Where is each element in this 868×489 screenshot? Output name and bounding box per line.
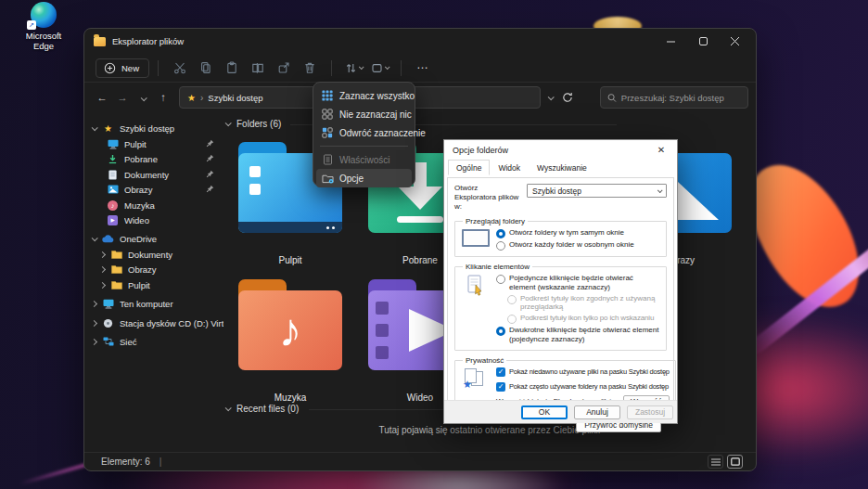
tab-ogolne[interactable]: Ogólne bbox=[448, 160, 490, 175]
chevron-down-icon[interactable] bbox=[92, 124, 98, 131]
view-button[interactable] bbox=[366, 57, 392, 79]
chevron-down-icon[interactable] bbox=[225, 405, 232, 411]
sidebar-item-onedrive-pulpit[interactable]: Pulpit bbox=[84, 277, 223, 292]
tab-wyszukiwanie[interactable]: Wyszukiwanie bbox=[529, 160, 595, 175]
sidebar-item-wideo[interactable]: Wideo bbox=[84, 212, 223, 227]
share-button[interactable] bbox=[271, 57, 297, 79]
radio-disabled-icon bbox=[507, 295, 517, 304]
edge-logo-icon: ↗ bbox=[31, 2, 57, 28]
navigation-pane: ★ Szybki dostęp Pulpit Pobrane Dokumenty bbox=[84, 112, 223, 452]
sidebar-item-pulpit[interactable]: Pulpit bbox=[84, 136, 223, 151]
sidebar-item-label: Pulpit bbox=[124, 139, 200, 149]
sidebar-item-network[interactable]: Sieć bbox=[84, 334, 223, 349]
folder-options-icon bbox=[321, 173, 334, 184]
music-icon bbox=[107, 200, 119, 211]
recent-locations-button[interactable] bbox=[133, 92, 153, 103]
search-box[interactable] bbox=[600, 86, 748, 109]
up-button[interactable]: ↑ bbox=[153, 92, 173, 103]
properties-icon bbox=[321, 154, 334, 165]
sidebar-item-label: Szybki dostęp bbox=[120, 123, 223, 134]
dialog-titlebar: Opcje folderów ✕ bbox=[444, 140, 677, 160]
chevron-right-icon[interactable] bbox=[99, 265, 106, 272]
network-icon bbox=[102, 337, 114, 346]
details-view-button[interactable] bbox=[708, 455, 723, 469]
music-note-glyph: ♪ bbox=[238, 290, 342, 370]
sidebar-item-pobrane[interactable]: Pobrane bbox=[84, 151, 223, 166]
thumbnail-view-icon bbox=[731, 457, 740, 466]
search-input[interactable] bbox=[621, 93, 741, 103]
cd-drive-icon bbox=[102, 318, 114, 328]
cut-button[interactable] bbox=[167, 57, 193, 79]
paste-button[interactable] bbox=[219, 57, 245, 79]
sidebar-item-label: Dokumenty bbox=[124, 170, 200, 180]
chevron-right-icon[interactable] bbox=[99, 281, 106, 288]
recent-files-section-header[interactable]: Recent files (0) bbox=[225, 404, 299, 414]
dialog-close-button[interactable]: ✕ bbox=[654, 145, 669, 155]
sidebar-item-onedrive-dokumenty[interactable]: Dokumenty bbox=[84, 247, 223, 262]
edge-shortcut-label: Microsoft Edge bbox=[15, 31, 72, 51]
sidebar-item-quick-access[interactable]: ★ Szybki dostęp bbox=[84, 121, 223, 135]
radio-same-window[interactable]: Otwórz foldery w tym samym oknie bbox=[496, 228, 660, 238]
cancel-button[interactable]: Anuluj bbox=[574, 405, 620, 419]
forward-button[interactable]: → bbox=[112, 92, 133, 103]
menu-item-invert-selection[interactable]: Odwróć zaznaczenie bbox=[316, 123, 412, 142]
checkbox-frequent-folders[interactable]: Pokaż często używane foldery na pasku Sz… bbox=[496, 382, 670, 392]
copy-button[interactable] bbox=[193, 57, 219, 79]
checkbox-recent-files[interactable]: Pokaż niedawno używane pliki na pasku Sz… bbox=[496, 367, 670, 377]
sidebar-item-label: Stacja dysków CD (D:) VirtualBox bbox=[120, 318, 223, 328]
folder-tile-muzyka[interactable]: ♪ Muzyka bbox=[225, 259, 355, 403]
delete-button[interactable] bbox=[297, 57, 323, 79]
sidebar-item-dokumenty[interactable]: Dokumenty bbox=[84, 167, 223, 182]
chevron-right-icon[interactable] bbox=[91, 338, 97, 344]
status-separator: | bbox=[160, 457, 162, 467]
breadcrumb-separator: › bbox=[200, 93, 203, 103]
radio-single-click[interactable]: Pojedyncze kliknięcie będzie otwierać el… bbox=[496, 274, 660, 292]
edge-desktop-shortcut[interactable]: ↗ Microsoft Edge bbox=[15, 2, 72, 51]
radio-disabled-icon bbox=[507, 315, 517, 324]
status-bar: Elementy: 6 | bbox=[84, 452, 756, 470]
chevron-down-icon bbox=[657, 187, 663, 193]
paste-icon bbox=[225, 61, 238, 74]
pin-icon bbox=[206, 185, 214, 195]
minimize-button[interactable] bbox=[656, 29, 687, 54]
rename-icon bbox=[251, 61, 264, 74]
sidebar-item-label: OneDrive bbox=[120, 234, 223, 244]
sidebar-item-this-pc[interactable]: Ten komputer bbox=[84, 296, 223, 311]
chevron-right-icon[interactable] bbox=[91, 319, 97, 326]
desktop-icon bbox=[107, 139, 119, 149]
menu-item-properties[interactable]: Właściwości bbox=[316, 150, 412, 169]
list-view-icon bbox=[711, 458, 721, 466]
radio-underline-browser[interactable]: Podkreśl tytuły ikon zgodnych z używaną … bbox=[507, 294, 660, 313]
tab-widok[interactable]: Widok bbox=[490, 160, 529, 175]
close-button[interactable] bbox=[719, 29, 750, 54]
menu-item-select-none[interactable]: Nie zaznaczaj nic bbox=[316, 105, 412, 123]
sidebar-item-obrazy[interactable]: Obrazy bbox=[84, 182, 223, 197]
refresh-icon[interactable] bbox=[562, 92, 573, 103]
sidebar-item-onedrive-obrazy[interactable]: Obrazy bbox=[84, 262, 223, 277]
sort-button[interactable] bbox=[340, 57, 366, 79]
apply-button[interactable]: Zastosuj bbox=[627, 405, 673, 419]
maximize-button[interactable] bbox=[687, 29, 719, 54]
rename-button[interactable] bbox=[245, 57, 271, 79]
chevron-down-icon[interactable] bbox=[92, 235, 98, 241]
large-icons-view-button[interactable] bbox=[727, 455, 743, 469]
chevron-right-icon[interactable] bbox=[91, 300, 97, 306]
menu-item-options[interactable]: Opcje bbox=[316, 169, 412, 187]
chevron-right-icon[interactable] bbox=[99, 251, 106, 257]
radio-separate-window[interactable]: Otwórz każdy folder w osobnym oknie bbox=[496, 240, 660, 251]
radio-double-click[interactable]: Dwukrotne kliknięcie będzie otwierać ele… bbox=[496, 326, 660, 344]
ok-button[interactable]: OK bbox=[521, 405, 568, 419]
see-more-button[interactable]: … bbox=[410, 57, 436, 79]
radio-underline-hover[interactable]: Podkreśl tytuły ikon tylko po ich wskaza… bbox=[507, 314, 660, 324]
back-button[interactable]: ← bbox=[92, 92, 112, 103]
menu-item-label: Zaznacz wszystko bbox=[339, 91, 415, 101]
sidebar-item-muzyka[interactable]: Muzyka bbox=[84, 198, 223, 212]
address-dropdown-chevron-icon[interactable] bbox=[548, 94, 555, 100]
sidebar-item-cd-drive[interactable]: Stacja dysków CD (D:) VirtualBox bbox=[84, 315, 223, 330]
breadcrumb[interactable]: Szybki dostęp bbox=[208, 93, 262, 103]
dialog-footer: OK Anuluj Zastosuj bbox=[444, 400, 677, 423]
open-explorer-combobox[interactable]: Szybki dostęp bbox=[527, 184, 667, 198]
sidebar-item-onedrive[interactable]: OneDrive bbox=[84, 231, 223, 246]
menu-item-select-all[interactable]: Zaznacz wszystko bbox=[316, 86, 412, 105]
new-button[interactable]: New bbox=[96, 58, 149, 78]
